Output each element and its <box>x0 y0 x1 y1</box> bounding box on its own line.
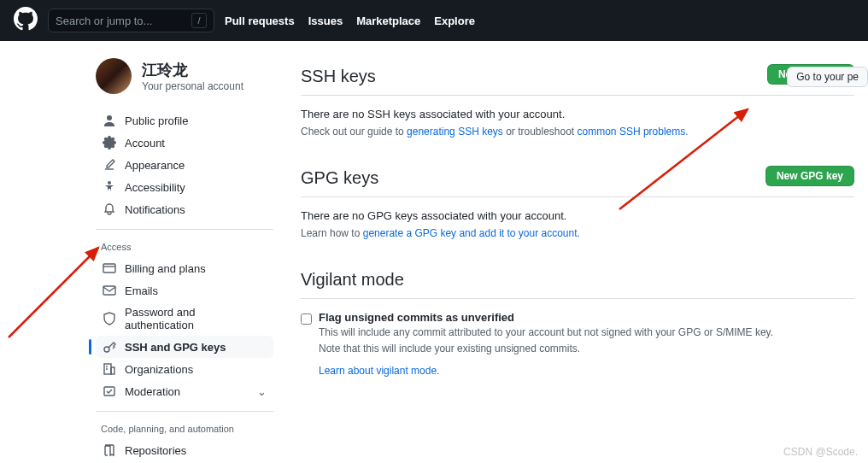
mail-icon <box>103 284 116 297</box>
sidebar-item-label: Repositories <box>125 444 186 457</box>
section-access: Access <box>101 242 273 252</box>
sidebar-item-label: SSH and GPG keys <box>125 341 226 354</box>
gpg-learn: Learn how to generate a GPG key and add … <box>301 227 854 239</box>
vigilant-label: Flag unsigned commits as unverified <box>319 311 773 324</box>
sidebar-item-repositories[interactable]: Repositories <box>96 439 273 461</box>
sidebar-item-label: Organizations <box>125 363 193 376</box>
link-vigilant-learn[interactable]: Learn about vigilant mode <box>319 365 437 377</box>
sidebar-item-accessibility[interactable]: Accessibility <box>96 176 273 198</box>
bell-icon <box>103 202 116 216</box>
sidebar-item-notifications[interactable]: Notifications <box>96 198 273 220</box>
sidebar-item-label: Public profile <box>125 114 188 127</box>
main-content: Go to your pe SSH keys New SSH key There… <box>273 58 868 463</box>
user-subtext: Your personal account <box>142 80 243 92</box>
key-icon <box>103 340 116 354</box>
svg-rect-9 <box>104 387 114 396</box>
section-code: Code, planning, and automation <box>101 424 273 434</box>
sidebar-item-account[interactable]: Account <box>96 132 273 154</box>
card-icon <box>103 261 116 275</box>
nav-explore[interactable]: Explore <box>434 15 475 27</box>
svg-rect-6 <box>111 367 114 374</box>
chevron-down-icon: ⌄ <box>257 385 267 398</box>
nav-issues[interactable]: Issues <box>308 15 343 27</box>
go-to-profile-button[interactable]: Go to your pe <box>787 67 868 87</box>
sidebar-item-public-profile[interactable]: Public profile <box>96 109 273 132</box>
global-header: Search or jump to... / Pull requests Iss… <box>0 0 868 41</box>
link-generating-ssh[interactable]: generating SSH keys <box>407 126 503 138</box>
nav-pull-requests[interactable]: Pull requests <box>225 15 295 27</box>
search-placeholder: Search or jump to... <box>56 15 152 27</box>
sidebar-item-label: Billing and plans <box>125 262 206 275</box>
settings-sidebar: 江玲龙 Your personal account Public profile… <box>0 58 273 463</box>
ssh-empty: There are no SSH keys associated with yo… <box>301 108 854 120</box>
user-name: 江玲龙 <box>142 60 243 80</box>
vigilant-title: Vigilant mode <box>301 270 404 290</box>
svg-rect-3 <box>103 286 115 295</box>
search-input[interactable]: Search or jump to... / <box>48 9 214 32</box>
sidebar-item-organizations[interactable]: Organizations <box>96 358 273 380</box>
gpg-title: GPG keys <box>301 168 378 188</box>
gear-icon <box>103 136 116 149</box>
sidebar-item-label: Notifications <box>125 203 185 216</box>
link-generate-gpg[interactable]: generate a GPG key and add it to your ac… <box>363 227 578 239</box>
sidebar-item-label: Account <box>125 137 165 149</box>
gpg-empty: There are no GPG keys associated with yo… <box>301 209 854 222</box>
brush-icon <box>103 158 116 172</box>
sidebar-item-label: Appearance <box>125 159 185 172</box>
vigilant-desc2: Note that this will include your existin… <box>319 342 773 356</box>
divider <box>96 229 273 230</box>
org-icon <box>103 362 116 376</box>
sidebar-item-billing-and-plans[interactable]: Billing and plans <box>96 257 273 279</box>
primary-nav: Pull requests Issues Marketplace Explore <box>225 15 475 27</box>
vigilant-desc1: This will include any commit attributed … <box>319 325 773 340</box>
new-gpg-key-button[interactable]: New GPG key <box>765 166 854 186</box>
avatar[interactable] <box>96 58 132 94</box>
sidebar-item-moderation[interactable]: Moderation⌄ <box>96 380 273 402</box>
nav-marketplace[interactable]: Marketplace <box>356 15 420 27</box>
watermark: CSDN @Scode. <box>783 446 858 458</box>
sidebar-item-label: Emails <box>125 284 158 297</box>
sidebar-item-label: Password and authentication <box>125 306 267 331</box>
github-logo[interactable] <box>14 7 38 34</box>
svg-rect-1 <box>103 264 115 273</box>
vigilant-section: Vigilant mode Flag unsigned commits as u… <box>301 261 854 377</box>
svg-point-0 <box>108 181 111 185</box>
repo-icon <box>103 443 116 457</box>
user-header: 江玲龙 Your personal account <box>96 58 273 94</box>
slash-key-icon: / <box>191 13 207 28</box>
vigilant-checkbox[interactable] <box>301 314 312 325</box>
shield-icon <box>103 312 116 325</box>
sidebar-item-ssh-and-gpg-keys[interactable]: SSH and GPG keys <box>96 336 273 358</box>
sidebar-item-password-and-authentication[interactable]: Password and authentication <box>96 302 273 336</box>
sidebar-item-label: Accessibility <box>125 181 185 194</box>
person-icon <box>103 114 116 127</box>
a11y-icon <box>103 180 116 194</box>
ssh-title: SSH keys <box>301 67 376 86</box>
mod-icon <box>103 384 116 398</box>
ssh-guide: Check out our guide to generating SSH ke… <box>301 126 854 138</box>
ssh-section: SSH keys New SSH key There are no SSH ke… <box>301 58 854 138</box>
sidebar-item-label: Moderation <box>125 385 180 398</box>
sidebar-item-emails[interactable]: Emails <box>96 279 273 302</box>
sidebar-item-appearance[interactable]: Appearance <box>96 154 273 176</box>
gpg-section: GPG keys New GPG key There are no GPG ke… <box>301 160 854 239</box>
link-ssh-problems[interactable]: common SSH problems <box>578 126 686 138</box>
divider <box>96 411 273 412</box>
